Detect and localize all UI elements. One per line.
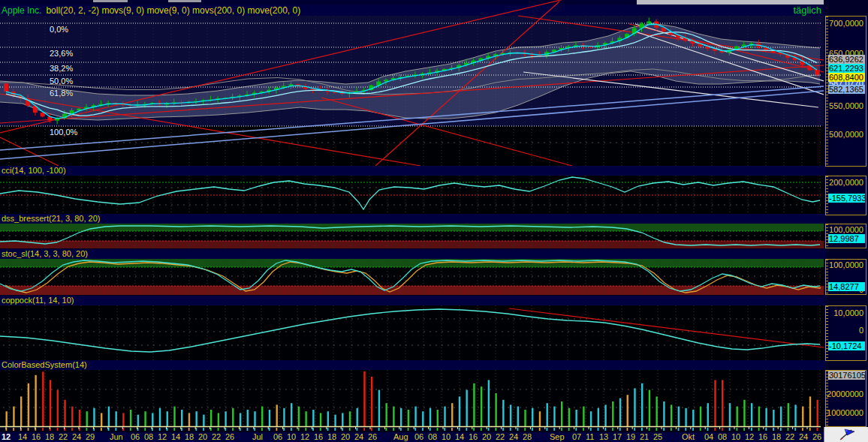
x-axis-label: 20 [198,432,207,442]
x-axis-label: 22 [59,432,68,442]
price-scale-column[interactable]: 700,0000650,0000550,0000500,0000636,9262… [824,0,868,442]
pane-label-cbs[interactable]: ColorBasedSystem(14) [0,360,825,370]
chart-window: Apple Inc.boll(20, 2, -2) movs(9, 0) mov… [0,0,868,442]
x-axis-label: 20 [341,432,350,442]
x-axis-label: 16 [758,432,767,442]
fib-label: 61,8% [50,89,73,98]
scale-label: 100,0000 [829,260,863,269]
scale-label: 700,0000 [829,19,863,28]
dss-label-text: dss_bressert(21, 3, 80, 20) [2,214,100,223]
fib-label: 100,0% [50,128,77,137]
x-axis-label: 18 [185,432,194,442]
fib-label: 50,0% [50,77,73,86]
x-axis-label: 06 [414,432,423,442]
scale-label: 10000000 [827,408,863,417]
price-tag: 636,9262 [828,55,865,64]
price-tag: -155,7933 [828,194,865,203]
scale-box-coppock[interactable]: 10,000000-10,1724 [825,305,866,361]
x-axis-label: 10 [287,432,296,442]
x-axis-label: 19 [626,432,635,442]
x-axis-label: 22 [496,432,505,442]
x-axis-label: 16 [314,432,323,442]
x-axis-label: 17 [613,432,622,442]
price-tag: -10,1724 [828,341,865,350]
x-axis-label: 08 [718,432,727,442]
scale-label: 100,0000 [829,225,863,234]
x-axis-label: 26 [812,432,821,442]
x-axis-label: 29 [86,432,95,442]
price-tag: 12,9987 [828,234,865,243]
scale-label: 550,0000 [829,101,863,110]
x-axis-label: 18 [45,432,54,442]
price-tag: 608,8400 [828,73,865,82]
x-axis-label: 11 [586,432,594,442]
x-axis-label: 24 [354,432,363,442]
x-axis-label: 24 [509,432,518,442]
x-axis-label: 28 [523,432,532,442]
price-tag: 582,1365 [828,85,865,94]
x-axis-label: 06 [273,432,282,442]
scale-label: 20000000 [827,389,863,398]
scale-label: 0 [859,326,863,335]
scale-box-main[interactable]: 700,0000650,0000550,0000500,0000636,9262… [825,16,866,167]
fib-label: 0,0% [50,25,68,34]
fib-label: 38,2% [50,64,73,73]
x-axis-label: 06 [131,432,140,442]
x-axis-label: 20 [482,432,491,442]
price-tag: 30176105 [828,371,865,380]
coppock-label-text: coppock(11, 14, 10) [2,296,74,305]
price-tag: 14,8277 [828,282,865,291]
x-axis-label: 04 [704,432,713,442]
x-axis-label: 10 [442,432,451,442]
scale-label: 500,0000 [829,130,863,139]
x-axis-label: 14 [171,432,180,442]
x-axis-label: 08 [144,432,153,442]
x-axis-label: 25 [653,432,662,442]
x-axis-label: 24 [799,432,808,442]
x-axis-label: Aug [393,432,408,442]
x-axis-label: Okt [682,432,695,442]
x-axis-label: 22 [212,432,221,442]
cci-label-text: cci(14, 100, -100) [2,166,66,175]
x-axis-label: 12 [2,432,11,442]
cbs-label-text: ColorBasedSystem(14) [2,360,87,369]
x-axis-label: 10 [731,432,740,442]
x-axis-label: 26 [225,432,234,442]
fib-label: 23,6% [50,49,73,58]
scale-box-volume[interactable]: 200000001000000030176105 [825,370,866,427]
x-axis-label: 14 [18,432,27,442]
x-axis-label: 22 [785,432,794,442]
corner-panel[interactable] [824,427,868,442]
x-axis-label: 16 [469,432,478,442]
scale-box-stoc[interactable]: 100,0000014,8277 [825,259,866,295]
pane-label-cci[interactable]: cci(14, 100, -100) [0,166,825,176]
scale-label: 10,0000 [833,308,863,317]
x-axis-label: 14 [455,432,464,442]
x-axis-label: 12 [745,432,754,442]
x-axis-label-row[interactable]: 12141618222429Jun0608121418202226Jul0610… [0,432,868,442]
x-axis-label: 08 [428,432,437,442]
stoc-label-text: stoc_sl(14, 3, 3, 80, 20) [2,249,88,258]
pane-label-coppock[interactable]: coppock(11, 14, 10) [0,296,825,305]
x-axis-label: 24 [72,432,81,442]
pane-label-stoc[interactable]: stoc_sl(14, 3, 3, 80, 20) [0,249,825,259]
price-tag: 621,2293 [828,64,865,73]
x-axis-label: 07 [572,432,581,442]
x-axis-label: 26 [368,432,377,442]
pane-label-dss[interactable]: dss_bressert(21, 3, 80, 20) [0,214,825,224]
x-axis-label: 13 [599,432,608,442]
flag-icon [824,427,868,442]
x-axis-label: 16 [32,432,41,442]
scale-label: 200,0000 [829,178,863,187]
x-axis-label: Jul [252,432,263,442]
x-axis-label: Jun [110,432,123,442]
x-axis-label: 18 [327,432,336,442]
x-axis-label: 18 [772,432,781,442]
x-axis-label: Sep [550,432,565,442]
scale-box-cci[interactable]: 200,0000-155,7933 [825,176,866,215]
x-axis-label: 12 [300,432,309,442]
scale-box-dss[interactable]: 100,0000012,9987 [825,224,866,248]
x-axis-label: 12 [158,432,167,442]
x-axis-label: 21 [640,432,649,442]
